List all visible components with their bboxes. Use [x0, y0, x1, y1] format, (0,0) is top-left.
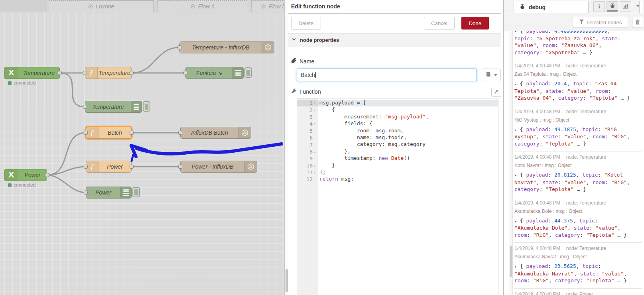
flow-node-funkcia[interactable]: Funkcia ↘	[185, 67, 244, 79]
gutter-line: 5	[297, 128, 318, 134]
debug-message-subject: Zas 04 Teplota : msg : Object	[514, 71, 642, 77]
filter-selected-nodes-button[interactable]: selected nodes	[573, 17, 628, 28]
flow-node-ui-power[interactable]: Power	[86, 187, 132, 199]
node-port[interactable]	[177, 45, 181, 49]
expand-caret[interactable]: ▸	[514, 128, 517, 132]
sidebar-tab-overflow[interactable]	[639, 1, 644, 13]
gutter-line: 6	[297, 134, 318, 141]
code-line: }	[318, 162, 498, 169]
node-port[interactable]	[45, 173, 49, 177]
editor-gutter: 1▾2▾34▾5678▴910▴11▴12	[297, 98, 318, 295]
node-label: Temperature	[18, 67, 59, 79]
node-port[interactable]	[84, 165, 88, 169]
payload-string: "value"	[602, 271, 624, 277]
node-port[interactable]	[178, 131, 182, 135]
flow-node-ui-temperature[interactable]: Temperature	[85, 101, 142, 113]
payload-key: state	[542, 179, 558, 185]
editor-code[interactable]: msg.payload = [ { measurement: "msg.payl…	[318, 98, 498, 295]
payload-number: 20.4	[554, 81, 567, 87]
node-port[interactable]	[178, 165, 182, 169]
node-port[interactable]	[83, 71, 87, 75]
payload-string: "value"	[514, 42, 536, 48]
flow-tab-flow-5[interactable]: ⊘Flow 5	[251, 0, 284, 12]
flow-wire[interactable]	[132, 47, 179, 73]
chevron-down-icon	[494, 74, 497, 76]
expand-editor-button[interactable]	[491, 88, 501, 97]
flow-wire[interactable]	[60, 73, 85, 107]
code-line: {	[318, 106, 498, 113]
section-node-properties[interactable]: node properties	[288, 33, 501, 47]
flow-node-influxdb-batch[interactable]: InfluxDB Batch	[180, 127, 251, 139]
flow-wire[interactable]	[47, 133, 86, 175]
payload-key: state	[546, 88, 561, 94]
flow-node-function-temperature[interactable]: ƒTemperature	[85, 67, 132, 79]
flow-tab-flow-6[interactable]: ⊘Flow 6	[158, 0, 247, 12]
debug-message-meta: 1/4/2019, 4:00:48 PMnode: Power	[514, 291, 642, 295]
info-icon: i	[598, 3, 600, 10]
line-number: 8	[309, 149, 313, 155]
flow-tab-partial[interactable]	[0, 0, 47, 12]
library-dropdown-button[interactable]	[482, 69, 501, 81]
cancel-button[interactable]: Cancel	[424, 17, 455, 30]
text-cursor	[315, 72, 316, 78]
info-tab-button[interactable]: i	[593, 1, 605, 12]
node-port[interactable]	[83, 105, 87, 109]
flow-tab-loxone[interactable]: ⊘Loxone	[49, 0, 154, 12]
node-port[interactable]	[183, 71, 187, 75]
delete-button[interactable]: Delete	[291, 17, 321, 30]
tab-debug[interactable]: debug	[514, 1, 589, 13]
expand-caret[interactable]: ▸	[514, 173, 517, 177]
node-port[interactable]	[58, 71, 62, 75]
workspace-scrollbar[interactable]	[284, 0, 288, 295]
gutter-line: 1▾	[297, 100, 318, 106]
funnel-icon	[579, 19, 584, 26]
flow-wire[interactable]	[47, 167, 86, 175]
debug-node-ref: node: Temperature	[566, 154, 607, 160]
flow-node-function-power[interactable]: ƒPower	[86, 161, 132, 173]
sidebar-header: debug i	[504, 0, 644, 13]
flow-node-loxone-temperature[interactable]: XTemperature	[4, 67, 60, 79]
expand-caret[interactable]: ▸	[514, 82, 517, 86]
done-button[interactable]: Done	[461, 17, 489, 30]
node-toggle-button[interactable]	[132, 187, 140, 197]
workspace-scrollbar-thumb[interactable]	[286, 269, 288, 292]
node-toggle-button[interactable]	[244, 67, 252, 78]
expand-caret[interactable]: ▸	[514, 219, 517, 223]
flow-node-loxone-power[interactable]: XPower	[4, 169, 47, 181]
payload-key: topic	[514, 35, 530, 41]
payload-string: "Teplota"	[546, 141, 573, 147]
gutter-line: 11▴	[297, 169, 318, 176]
code-line: name: msg.topic,	[318, 134, 498, 141]
node-port[interactable]	[84, 191, 88, 195]
node-toggle-button[interactable]	[143, 101, 150, 112]
node-port[interactable]	[84, 131, 88, 135]
flow-wire[interactable]	[47, 175, 86, 193]
code-line: category: msg.category	[318, 141, 498, 148]
function-code-editor[interactable]: 1▾2▾34▾5678▴910▴11▴12 msg.payload = [ { …	[297, 98, 498, 295]
node-label: Power	[18, 169, 47, 181]
fold-toggle-icon: ▴	[313, 171, 317, 174]
hamburger-icon	[120, 187, 131, 198]
debug-tab-button[interactable]	[607, 1, 618, 12]
debug-message-meta: 1/4/2019, 4:00:48 PMnode: Temperature	[514, 200, 642, 206]
expand-caret[interactable]: ▸	[514, 264, 517, 269]
node-port[interactable]	[130, 165, 134, 169]
payload-string: "value"	[564, 179, 586, 185]
flow-node-function-batch[interactable]: ƒBatch	[86, 127, 132, 139]
flow-node-influxdb-temperature[interactable]: Temperature - InfluxDB	[179, 41, 274, 53]
node-port[interactable]	[130, 131, 134, 135]
function-icon: ƒ	[86, 161, 98, 172]
dashboard-tab-button[interactable]	[620, 1, 631, 12]
name-input[interactable]: Batch	[297, 69, 477, 81]
status-text: connected	[14, 80, 35, 86]
flow-canvas[interactable]: XTemperatureconnectedƒTemperatureTempera…	[0, 0, 284, 295]
payload-key: category	[514, 186, 540, 192]
debug-scrollbar-thumb[interactable]	[510, 246, 512, 277]
payload-key: category	[514, 49, 540, 55]
flow-node-influxdb-power[interactable]: Power - InfluxDB	[180, 161, 257, 173]
debug-node-ref: node: Temperature	[566, 63, 607, 69]
payload-key: state	[542, 134, 558, 140]
clear-messages-button[interactable]	[632, 17, 643, 28]
expand-caret[interactable]: ▸	[514, 31, 517, 33]
node-port[interactable]	[130, 71, 134, 75]
